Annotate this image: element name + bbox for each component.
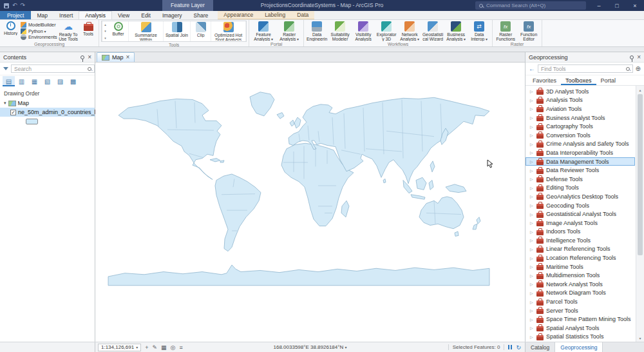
expand-icon[interactable]: ▷ bbox=[530, 291, 534, 295]
layer-symbol-row[interactable] bbox=[0, 117, 95, 126]
menu-icon[interactable]: ≡ bbox=[179, 344, 182, 351]
expand-icon[interactable]: ▷ bbox=[530, 326, 534, 330]
toolbox-item[interactable]: ▷ Data Management Tools bbox=[526, 157, 635, 166]
gallery-tool-button[interactable]: Buffer bbox=[108, 21, 129, 41]
workflow-button[interactable]: Business Analysis bbox=[445, 21, 467, 41]
expand-icon[interactable]: ▷ bbox=[530, 282, 534, 286]
expand-icon[interactable]: ▷ bbox=[530, 264, 534, 269]
scale-selector[interactable]: 1:134,126,691 ▾ bbox=[98, 344, 141, 351]
edit-icon[interactable]: ✎ bbox=[152, 344, 157, 351]
toolbox-item[interactable]: ▷ Multidimension Tools bbox=[526, 271, 635, 280]
expand-icon[interactable]: ▷ bbox=[530, 115, 534, 120]
tree-item-layer[interactable]: ✓ ne_50m_admin_0_countries_lakes bbox=[0, 108, 95, 117]
toolbox-item[interactable]: ▷ Crime Analysis and Safety Tools bbox=[526, 140, 635, 149]
toolbox-item[interactable]: ▷ Data Reviewer Tools bbox=[526, 166, 635, 175]
back-icon[interactable]: ← bbox=[529, 65, 535, 72]
tree-item-map[interactable]: ▾ Map bbox=[0, 99, 95, 108]
tab-data[interactable]: Data bbox=[291, 11, 314, 19]
workflow-button[interactable]: Exploratory 3D Analysis bbox=[375, 21, 397, 41]
target-icon[interactable]: ◎ bbox=[171, 344, 176, 351]
close-button[interactable]: × bbox=[626, 0, 644, 11]
pin-icon[interactable] bbox=[630, 55, 634, 59]
expand-icon[interactable]: ▷ bbox=[530, 106, 534, 111]
toolbox-item[interactable]: ▷ Indoors Tools bbox=[526, 228, 635, 237]
tab-labeling[interactable]: Labeling bbox=[259, 11, 291, 19]
tab-favorites[interactable]: Favorites bbox=[528, 77, 561, 85]
grid-icon[interactable]: ▦ bbox=[161, 344, 167, 351]
raster-button[interactable]: Raster Functions bbox=[495, 21, 516, 41]
maximize-button[interactable]: □ bbox=[608, 0, 626, 11]
workflow-button[interactable]: Data Interop bbox=[468, 21, 490, 41]
close-map-tab-icon[interactable]: × bbox=[126, 54, 130, 61]
gallery-down-icon[interactable]: ▾ bbox=[102, 28, 108, 34]
expand-icon[interactable]: ▷ bbox=[530, 212, 534, 217]
expand-icon[interactable]: ▷ bbox=[530, 247, 534, 251]
polygon-symbol-swatch[interactable] bbox=[26, 119, 38, 124]
add-tool-icon[interactable]: ⊕ bbox=[636, 65, 641, 72]
expand-icon[interactable]: ▷ bbox=[530, 159, 534, 164]
toolbox-item[interactable]: ▷ Data Interoperability Tools bbox=[526, 148, 635, 157]
raster-button[interactable]: Function Editor bbox=[518, 21, 540, 41]
toolbox-item[interactable]: ▷ Conversion Tools bbox=[526, 131, 635, 140]
expand-icon[interactable]: ▷ bbox=[530, 150, 534, 155]
expand-icon[interactable]: ▷ bbox=[530, 238, 534, 242]
modelbuilder-button[interactable]: ModelBuilder bbox=[21, 22, 57, 28]
redo-icon[interactable]: ↷ bbox=[21, 3, 26, 8]
find-tools-input[interactable] bbox=[541, 66, 624, 72]
toolbox-item[interactable]: ▷ GeoAnalytics Desktop Tools bbox=[526, 192, 635, 201]
ready-to-use-tools-button[interactable]: ☁ Ready To Use Tools bbox=[58, 21, 79, 41]
map-document-tab[interactable]: Map × bbox=[97, 52, 135, 62]
expand-icon[interactable]: ▷ bbox=[530, 177, 534, 181]
gallery-expand-icon[interactable]: ▾ bbox=[102, 35, 108, 41]
list-by-snapping-button[interactable]: ▨ bbox=[54, 76, 66, 86]
collapse-icon[interactable]: ▾ bbox=[4, 101, 6, 106]
close-icon[interactable]: × bbox=[637, 54, 641, 61]
tab-portal[interactable]: Portal bbox=[596, 77, 621, 85]
toolbox-item[interactable]: ▷ Image Analyst Tools bbox=[526, 219, 635, 228]
expand-icon[interactable]: ▷ bbox=[530, 220, 534, 225]
toolbox-item[interactable]: ▷ Intelligence Tools bbox=[526, 236, 635, 245]
gallery-tool-button[interactable]: Optimized Hot Spot Analysis bbox=[211, 21, 246, 41]
scrollbar-thumb[interactable] bbox=[638, 94, 643, 255]
save-icon[interactable] bbox=[4, 3, 9, 8]
expand-icon[interactable]: ▷ bbox=[530, 98, 534, 103]
toolbox-item[interactable]: ▷ Location Referencing Tools bbox=[526, 253, 635, 262]
tools-button[interactable]: Tools bbox=[80, 21, 97, 41]
toolbox-item[interactable]: ▷ Parcel Tools bbox=[526, 297, 635, 306]
toolbox-item[interactable]: ▷ Editing Tools bbox=[526, 184, 635, 193]
tab-map[interactable]: Map bbox=[31, 11, 53, 19]
toolbox-item[interactable]: ▷ Spatial Analyst Tools bbox=[526, 324, 635, 333]
pause-drawing-icon[interactable] bbox=[508, 345, 512, 349]
toolbox-item[interactable]: ▷ Business Analyst Tools bbox=[526, 113, 635, 122]
minimize-button[interactable]: – bbox=[590, 0, 608, 11]
scroll-down-icon[interactable]: ▾ bbox=[636, 334, 644, 342]
toolbox-item[interactable]: ▷ Defense Tools bbox=[526, 175, 635, 184]
expand-icon[interactable]: ▷ bbox=[530, 317, 534, 322]
tab-edit[interactable]: Edit bbox=[135, 11, 156, 19]
workflow-button[interactable]: Visibility Analysis bbox=[352, 21, 374, 41]
list-by-data-source-button[interactable]: ▥ bbox=[15, 76, 28, 86]
expand-icon[interactable]: ▷ bbox=[530, 89, 534, 93]
layer-visibility-checkbox[interactable]: ✓ bbox=[10, 110, 16, 115]
toolbox-item[interactable]: ▷ Geocoding Tools bbox=[526, 201, 635, 210]
expand-icon[interactable]: ▷ bbox=[530, 142, 534, 146]
toolbox-item[interactable]: ▷ Spatial Statistics Tools bbox=[526, 333, 635, 342]
expand-icon[interactable]: ▷ bbox=[530, 168, 534, 173]
gallery-tool-button[interactable]: Clip bbox=[191, 21, 211, 41]
workflow-button[interactable]: Network Analysis bbox=[399, 21, 421, 41]
contents-search-input[interactable] bbox=[14, 66, 86, 72]
expand-icon[interactable]: ▷ bbox=[530, 203, 534, 208]
list-by-selection-button[interactable]: ▦ bbox=[28, 76, 41, 86]
expand-icon[interactable]: ▷ bbox=[530, 300, 534, 304]
toolbox-item[interactable]: ▷ Maritime Tools bbox=[526, 262, 635, 271]
gallery-tool-button[interactable]: Summarize Within bbox=[129, 21, 164, 41]
tab-geoprocessing[interactable]: Geoprocessing bbox=[555, 342, 603, 352]
pin-icon[interactable] bbox=[80, 55, 84, 59]
tab-catalog[interactable]: Catalog bbox=[526, 342, 555, 352]
expand-icon[interactable]: ▷ bbox=[530, 335, 534, 339]
scroll-up-icon[interactable]: ▴ bbox=[636, 86, 644, 93]
tab-analysis[interactable]: Analysis bbox=[79, 11, 112, 19]
command-search[interactable]: Command Search (Alt+Q) bbox=[475, 1, 586, 10]
toolbox-item[interactable]: ▷ Server Tools bbox=[526, 306, 635, 315]
tab-share[interactable]: Share bbox=[188, 11, 214, 19]
